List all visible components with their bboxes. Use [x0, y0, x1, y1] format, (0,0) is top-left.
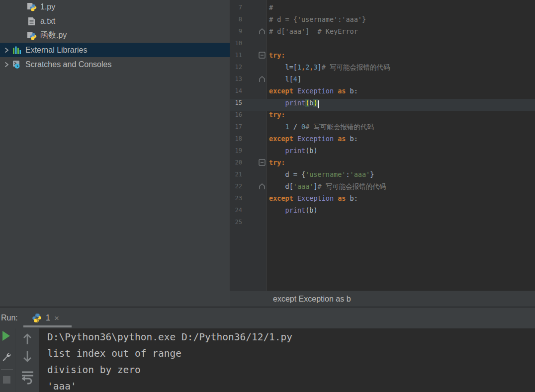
scratches-icon: [12, 60, 22, 69]
chevron-right-icon: [3, 47, 9, 53]
code-line-8[interactable]: 8# d = {'username':'aaa'}: [230, 13, 535, 25]
fold-start-icon[interactable]: [242, 49, 269, 61]
code-line-17[interactable]: 17 1 / 0# 写可能会报错的代码: [230, 121, 535, 133]
line-number: 19: [230, 145, 242, 157]
console-line-2: list index out of range: [47, 345, 292, 362]
tree-item-scratches-and-consoles[interactable]: Scratches and Consoles: [0, 57, 230, 72]
line-number: 21: [230, 168, 242, 180]
line-number: 10: [230, 37, 242, 49]
tree-item-a.txt[interactable]: a.txt: [0, 14, 230, 28]
code-text: except Exception as b:: [269, 85, 358, 97]
fold-end-icon[interactable]: [242, 180, 269, 192]
code-line-24[interactable]: 24 print(b): [230, 204, 535, 216]
fold-start-icon[interactable]: [242, 157, 269, 168]
chevron-right-icon[interactable]: [1, 47, 12, 53]
fold-end-icon[interactable]: [242, 25, 269, 37]
code-line-25[interactable]: 25: [230, 216, 535, 228]
fold-end-icon: [259, 28, 266, 35]
chevron-right-icon: [3, 62, 9, 68]
line-number: 22: [230, 180, 242, 192]
tree-item-1.py[interactable]: 1.py: [0, 0, 230, 14]
code-line-16[interactable]: 16try:: [230, 109, 535, 121]
code-editor[interactable]: y:7#8# d = {'username':'aaa'}9# d['aaa']…: [230, 0, 535, 291]
fold-cell: [242, 1, 269, 13]
fold-cell: [242, 85, 269, 97]
fold-cell: [242, 13, 269, 25]
code-line-18[interactable]: 18except Exception as b:: [230, 133, 535, 145]
tree-item-函数.py[interactable]: 函数.py: [0, 28, 230, 43]
run-tab-1[interactable]: 1 ×: [23, 308, 72, 328]
code-text: #: [269, 1, 273, 13]
line-number: 16: [230, 109, 242, 121]
fold-end-icon: [259, 76, 266, 82]
console-output[interactable]: D:\Python36\python.exe D:/Python36/12/1.…: [47, 329, 292, 392]
console-toolbar: [15, 328, 39, 392]
code-text: except Exception as b:: [269, 133, 358, 145]
toolbar-separator: [1, 369, 13, 370]
soft-wrap-icon[interactable]: [21, 370, 34, 385]
code-text: print(b): [269, 97, 319, 109]
line-number: 7: [230, 1, 242, 13]
close-icon[interactable]: ×: [54, 314, 59, 322]
code-text: # d = {'username':'aaa'}: [269, 13, 366, 25]
up-arrow-icon[interactable]: [22, 332, 33, 345]
run-console[interactable]: D:\Python36\python.exe D:/Python36/12/1.…: [0, 328, 535, 392]
python-file-icon: [27, 2, 37, 11]
down-arrow-icon[interactable]: [22, 350, 33, 363]
python-file-icon: [27, 31, 37, 40]
line-number: 25: [230, 216, 242, 228]
code-line-22[interactable]: 22 d['aaa']# 写可能会报错的代码: [230, 180, 535, 192]
console-line-3: division by zero: [47, 362, 292, 378]
code-line-12[interactable]: 12 l=[1,2,3]# 写可能会报错的代码: [230, 61, 535, 73]
tree-item-external-libraries[interactable]: External Libraries: [0, 43, 230, 57]
context-info-bar[interactable]: except Exception as b: [230, 291, 535, 307]
line-number: 24: [230, 204, 242, 216]
line-number: 13: [230, 73, 242, 85]
code-line-19[interactable]: 19 print(b): [230, 145, 535, 157]
fold-end-icon[interactable]: [242, 73, 269, 85]
code-line-20[interactable]: 20try:: [230, 157, 535, 168]
code-line-13[interactable]: 13 l[4]: [230, 73, 535, 85]
settings-icon[interactable]: [1, 351, 12, 363]
tree-item-label: Scratches and Consoles: [25, 60, 111, 69]
tree-item-label: a.txt: [40, 17, 55, 26]
code-line-14[interactable]: 14except Exception as b:: [230, 85, 535, 97]
fold-start-icon: [259, 52, 266, 59]
text-file-icon: [27, 17, 37, 26]
text-file-icon: [27, 17, 37, 26]
line-number: 9: [230, 25, 242, 37]
code-line-10[interactable]: 10: [230, 37, 535, 49]
code-text: 1 / 0# 写可能会报错的代码: [269, 121, 374, 133]
fold-cell: [242, 37, 269, 49]
rerun-icon[interactable]: [1, 330, 10, 341]
stop-icon[interactable]: [3, 376, 10, 384]
tree-item-label: External Libraries: [25, 46, 88, 55]
chevron-right-icon[interactable]: [1, 62, 12, 68]
project-tree-panel[interactable]: 1.pya.txt函数.pyExternal LibrariesScratche…: [0, 0, 230, 307]
line-number: 12: [230, 61, 242, 73]
pycharm-window: 1.pya.txt函数.pyExternal LibrariesScratche…: [0, 0, 535, 392]
line-number: 11: [230, 49, 242, 61]
code-text: try:: [269, 49, 285, 61]
python-file-icon: [27, 2, 37, 11]
code-line-23[interactable]: 23except Exception as b:: [230, 192, 535, 204]
fold-cell: [242, 109, 269, 121]
code-text: except Exception as b:: [269, 192, 358, 204]
run-tool-window-header: Run: 1 ×: [0, 307, 535, 328]
python-icon: [32, 313, 42, 323]
fold-start-icon: [259, 159, 266, 166]
fold-cell: [242, 133, 269, 145]
fold-cell: [242, 97, 269, 109]
code-line-21[interactable]: 21 d = {'username':'aaa'}: [230, 168, 535, 180]
fold-cell: [242, 204, 269, 216]
code-line-15[interactable]: 15 print(b): [230, 97, 535, 109]
line-number: 18: [230, 133, 242, 145]
fold-cell: [242, 216, 269, 228]
code-text: try:: [269, 109, 285, 121]
tree-item-label: 函数.py: [40, 30, 67, 41]
code-line-9[interactable]: 9# d['aaa'] # KeyError: [230, 25, 535, 37]
code-line-11[interactable]: 11try:: [230, 49, 535, 61]
code-line-7[interactable]: 7#: [230, 1, 535, 13]
code-text: # d['aaa'] # KeyError: [269, 25, 358, 37]
fold-cell: [242, 145, 269, 157]
